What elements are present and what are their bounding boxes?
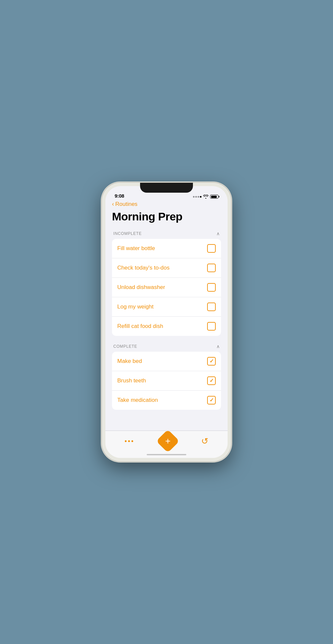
tab-refresh-button[interactable]: ↺ <box>201 436 208 446</box>
complete-task-card: Make bed ✓ Brush teeth ✓ Take medication <box>112 352 221 410</box>
task-label-log-weight: Log my weight <box>117 304 154 310</box>
checkbox-check-todos[interactable] <box>207 264 216 272</box>
refresh-icon: ↺ <box>201 436 208 446</box>
task-label-make-bed: Make bed <box>117 358 142 365</box>
task-item-take-medication[interactable]: Take medication ✓ <box>112 391 221 410</box>
wifi-icon <box>203 195 208 199</box>
complete-section-title: COMPLETE <box>113 344 137 349</box>
checkbox-log-weight[interactable] <box>207 303 216 311</box>
task-item-check-todos[interactable]: Check today's to-dos <box>112 258 221 278</box>
task-label-unload-dishwasher: Unload dishwasher <box>117 284 165 291</box>
task-item-log-weight[interactable]: Log my weight <box>112 297 221 317</box>
back-nav-label: Routines <box>115 201 137 208</box>
complete-section: COMPLETE ∧ Make bed ✓ Brush teeth ✓ <box>112 344 221 410</box>
phone-frame: 9:08 ‹ <box>102 183 231 461</box>
plus-icon: + <box>165 436 170 446</box>
signal-icon <box>193 196 202 198</box>
page-title: Morning Prep <box>112 210 221 223</box>
task-label-take-medication: Take medication <box>117 397 158 403</box>
task-label-fill-water: Fill water bottle <box>117 245 155 252</box>
complete-collapse-icon[interactable]: ∧ <box>216 344 220 349</box>
complete-section-header: COMPLETE ∧ <box>112 344 221 349</box>
task-item-refill-cat[interactable]: Refill cat food dish <box>112 317 221 336</box>
incomplete-section-title: INCOMPLETE <box>113 231 142 236</box>
checkbox-unload-dishwasher[interactable] <box>207 283 216 292</box>
more-dots-icon: ••• <box>125 437 134 445</box>
checkbox-refill-cat[interactable] <box>207 322 216 331</box>
checkmark-make-bed: ✓ <box>209 359 214 364</box>
checkbox-make-bed[interactable]: ✓ <box>207 357 216 366</box>
task-item-make-bed[interactable]: Make bed ✓ <box>112 352 221 371</box>
task-item-unload-dishwasher[interactable]: Unload dishwasher <box>112 278 221 297</box>
back-nav[interactable]: ‹ Routines <box>112 201 221 208</box>
incomplete-section-header: INCOMPLETE ∧ <box>112 231 221 236</box>
incomplete-section: INCOMPLETE ∧ Fill water bottle Check tod… <box>112 231 221 336</box>
screen: 9:08 ‹ <box>105 186 228 458</box>
add-diamond-icon: + <box>156 430 180 453</box>
tab-add-button[interactable]: + <box>160 433 176 449</box>
status-icons <box>193 195 218 199</box>
notch <box>140 183 193 193</box>
checkbox-take-medication[interactable]: ✓ <box>207 396 216 404</box>
task-label-check-todos: Check today's to-dos <box>117 265 169 271</box>
task-item-brush-teeth[interactable]: Brush teeth ✓ <box>112 371 221 391</box>
tab-more-button[interactable]: ••• <box>125 437 134 445</box>
status-time: 9:08 <box>115 193 124 199</box>
task-label-refill-cat: Refill cat food dish <box>117 323 163 330</box>
task-label-brush-teeth: Brush teeth <box>117 377 146 384</box>
incomplete-collapse-icon[interactable]: ∧ <box>216 231 220 236</box>
task-item-fill-water[interactable]: Fill water bottle <box>112 239 221 258</box>
home-indicator <box>147 454 186 455</box>
checkmark-take-medication: ✓ <box>209 398 214 403</box>
battery-icon <box>210 195 218 199</box>
back-chevron-icon: ‹ <box>112 201 114 208</box>
checkmark-brush-teeth: ✓ <box>209 378 214 383</box>
checkbox-fill-water[interactable] <box>207 244 216 253</box>
main-content: ‹ Routines Morning Prep INCOMPLETE ∧ Fil… <box>105 201 228 431</box>
checkbox-brush-teeth[interactable]: ✓ <box>207 376 216 385</box>
incomplete-task-card: Fill water bottle Check today's to-dos U… <box>112 239 221 336</box>
